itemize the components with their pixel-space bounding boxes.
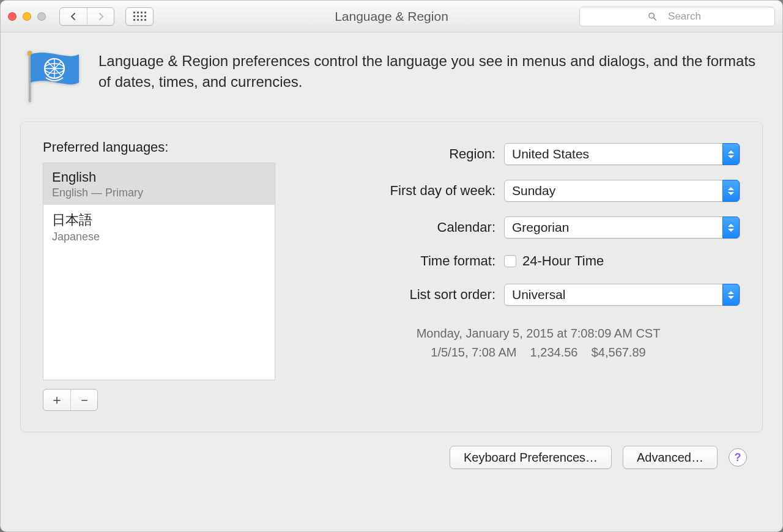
preferences-window: Language & Region Language & Region pref…	[0, 0, 783, 532]
remove-language-button[interactable]: －	[70, 390, 97, 410]
preferred-languages-label: Preferred languages:	[43, 139, 300, 155]
advanced-button[interactable]: Advanced…	[623, 446, 718, 469]
region-settings: Region: United States First day of week:…	[336, 139, 740, 411]
first-day-label: First day of week:	[336, 183, 495, 199]
intro-text: Language & Region preferences control th…	[98, 51, 759, 92]
calendar-popup[interactable]: Gregorian	[504, 216, 740, 238]
language-sub: Japanese	[52, 231, 266, 243]
zoom-button[interactable]	[37, 12, 46, 21]
stepper-icon	[722, 180, 740, 202]
region-popup[interactable]: United States	[504, 143, 740, 165]
time-format-label: Time format:	[336, 253, 495, 269]
calendar-label: Calendar:	[336, 220, 495, 235]
back-button[interactable]	[60, 8, 87, 25]
svg-rect-2	[29, 53, 31, 102]
minimize-button[interactable]	[23, 12, 31, 21]
search-input[interactable]	[579, 7, 775, 26]
un-flag-icon	[24, 51, 80, 103]
forward-button[interactable]	[87, 8, 114, 25]
footer: Keyboard Preferences… Advanced… ?	[20, 432, 763, 469]
titlebar: Language & Region	[1, 1, 782, 32]
list-sort-popup[interactable]: Universal	[504, 284, 740, 306]
preferred-languages-section: Preferred languages: English English — P…	[43, 139, 300, 411]
region-label: Region:	[336, 146, 495, 162]
list-sort-label: List sort order:	[336, 287, 495, 303]
nav-back-forward	[59, 7, 114, 26]
time-format-option: 24-Hour Time	[522, 253, 604, 269]
format-samples: Monday, January 5, 2015 at 7:08:09 AM CS…	[336, 324, 740, 362]
intro: Language & Region preferences control th…	[20, 51, 763, 103]
region-value: United States	[512, 147, 589, 161]
sample-short: 1/5/15, 7:08 AM 1,234.56 $4,567.89	[336, 343, 740, 362]
sample-long: Monday, January 5, 2015 at 7:08:09 AM CS…	[336, 324, 740, 343]
stepper-icon	[722, 143, 740, 165]
language-native: 日本語	[52, 211, 266, 229]
close-button[interactable]	[8, 12, 17, 21]
traffic-lights	[8, 12, 46, 21]
list-item[interactable]: 日本語 Japanese	[43, 205, 275, 249]
add-language-button[interactable]: ＋	[43, 390, 70, 410]
add-remove-buttons: ＋ －	[43, 389, 98, 411]
language-native: English	[52, 169, 266, 185]
language-list[interactable]: English English — Primary 日本語 Japanese	[43, 163, 275, 380]
language-sub: English — Primary	[52, 187, 266, 199]
list-sort-value: Universal	[512, 287, 566, 302]
calendar-value: Gregorian	[512, 220, 569, 235]
first-day-popup[interactable]: Sunday	[504, 180, 740, 202]
help-button[interactable]: ?	[729, 448, 747, 467]
show-all-button[interactable]	[125, 7, 154, 26]
content: Language & Region preferences control th…	[1, 32, 782, 531]
first-day-value: Sunday	[512, 183, 555, 198]
keyboard-preferences-button[interactable]: Keyboard Preferences…	[450, 446, 612, 469]
grid-icon	[133, 12, 146, 21]
list-item[interactable]: English English — Primary	[43, 163, 275, 205]
stepper-icon	[722, 284, 740, 306]
stepper-icon	[722, 216, 740, 238]
main-pane: Preferred languages: English English — P…	[20, 122, 763, 432]
twentyfour-hour-checkbox[interactable]	[504, 255, 516, 267]
